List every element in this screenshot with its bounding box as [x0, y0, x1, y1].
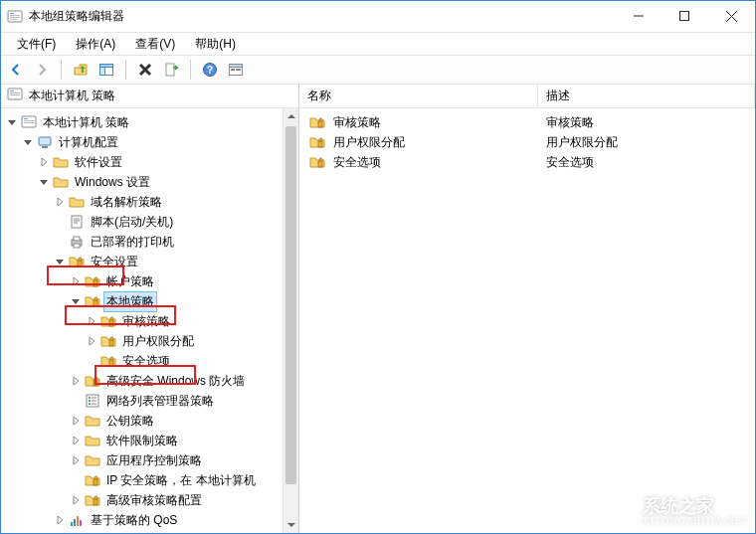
menu-help[interactable]: 帮助(H) — [185, 34, 246, 55]
forward-button[interactable] — [31, 59, 53, 81]
scroll-up-button[interactable] — [284, 108, 298, 124]
expander-icon[interactable] — [69, 493, 83, 507]
list-name: 用户权限分配 — [333, 134, 405, 151]
list-pane: 名称 描述 审核策略审核策略用户权限分配用户权限分配安全选项安全选项 — [299, 85, 755, 533]
svg-rect-34 — [74, 244, 80, 248]
scroll-thumb[interactable] — [285, 126, 296, 484]
expander-icon[interactable] — [5, 115, 19, 129]
tree-software-settings[interactable]: 软件设置 — [1, 152, 298, 172]
expander-icon[interactable] — [69, 274, 83, 288]
tree-public-key[interactable]: 公钥策略 — [1, 411, 298, 431]
toolbar-separator — [61, 60, 62, 80]
tree-account-policies[interactable]: 帐户策略 — [1, 271, 298, 291]
back-button[interactable] — [5, 59, 27, 81]
column-desc[interactable]: 描述 — [538, 84, 755, 108]
up-button[interactable] — [70, 59, 92, 81]
tree-user-rights[interactable]: 用户权限分配 — [1, 331, 298, 351]
svg-rect-33 — [74, 237, 80, 241]
tree-ipsec[interactable]: IP 安全策略，在 本地计算机 — [1, 470, 298, 490]
column-name[interactable]: 名称 — [299, 84, 538, 108]
tree-advanced-audit[interactable]: 高级审核策略配置 — [1, 490, 298, 510]
show-hide-tree-button[interactable] — [95, 59, 117, 81]
menu-file[interactable]: 文件(F) — [7, 34, 66, 55]
tree-label: 软件限制策略 — [104, 432, 180, 450]
scroll-down-button[interactable] — [284, 517, 298, 533]
tree-label: 安全选项 — [120, 352, 172, 371]
svg-text:?: ? — [207, 65, 213, 76]
printer-icon — [69, 234, 85, 250]
export-button[interactable] — [160, 59, 182, 81]
comp-icon — [37, 134, 53, 150]
list-row[interactable]: 安全选项安全选项 — [299, 152, 755, 172]
minimize-button[interactable] — [616, 1, 662, 31]
expander-icon[interactable] — [37, 175, 51, 189]
list-desc: 审核策略 — [538, 114, 755, 131]
titlebar: 本地组策略编辑器 — [1, 1, 755, 33]
svg-rect-22 — [10, 90, 14, 91]
expander-icon[interactable] — [53, 513, 67, 527]
expander-icon[interactable] — [85, 334, 98, 348]
svg-rect-3 — [10, 17, 20, 18]
tree-scrollbar[interactable] — [283, 108, 298, 533]
app-icon — [7, 9, 23, 25]
list-row[interactable]: 审核策略审核策略 — [299, 112, 755, 132]
list[interactable]: 审核策略审核策略用户权限分配用户权限分配安全选项安全选项 — [299, 108, 755, 176]
tree-dns-policy[interactable]: 域名解析策略 — [1, 192, 298, 212]
window-controls — [616, 1, 755, 31]
script-icon — [69, 214, 85, 230]
svg-rect-38 — [89, 403, 91, 405]
tree-audit-policy[interactable]: 审核策略 — [1, 311, 298, 331]
tree-label: 应用程序控制策略 — [104, 451, 204, 470]
tree-windows-settings[interactable]: Windows 设置 — [1, 172, 298, 192]
tree-label: 高级审核策略配置 — [104, 491, 204, 510]
tree-security-options[interactable]: 安全选项 — [1, 351, 298, 371]
expander-icon[interactable] — [69, 414, 83, 428]
svg-rect-6 — [680, 12, 689, 21]
tree-software-restriction[interactable]: 软件限制策略 — [1, 431, 298, 450]
tree-security-settings[interactable]: 安全设置 — [1, 252, 298, 271]
expander-icon[interactable] — [69, 434, 83, 447]
qos-icon — [69, 512, 85, 528]
close-button[interactable] — [707, 1, 755, 31]
content: 本地计算机 策略 本地计算机 策略计算机配置软件设置Windows 设置域名解析… — [1, 85, 755, 533]
delete-button[interactable] — [134, 59, 156, 81]
folder-lock-icon — [85, 492, 100, 508]
list-row[interactable]: 用户权限分配用户权限分配 — [299, 132, 755, 152]
folder-lock-icon — [309, 154, 325, 170]
tree-network-list[interactable]: 网络列表管理器策略 — [1, 391, 298, 411]
tree[interactable]: 本地计算机 策略计算机配置软件设置Windows 设置域名解析策略脚本(启动/关… — [1, 108, 298, 533]
expander-icon[interactable] — [37, 155, 51, 169]
expander-icon[interactable] — [53, 195, 67, 209]
help-button[interactable]: ? — [199, 59, 221, 81]
expander-icon[interactable] — [85, 314, 98, 328]
tree-qos[interactable]: 基于策略的 QoS — [1, 510, 298, 530]
list-desc: 用户权限分配 — [538, 134, 755, 151]
tree-local-policies[interactable]: 本地策略 — [1, 291, 298, 311]
svg-rect-24 — [10, 94, 20, 95]
tree-root[interactable]: 本地计算机 策略 — [1, 112, 298, 132]
tree-label: 域名解析策略 — [89, 193, 164, 212]
pol-icon — [21, 114, 37, 130]
menu-view[interactable]: 查看(V) — [125, 34, 185, 55]
expander-icon[interactable] — [69, 374, 83, 388]
expander-icon[interactable] — [69, 453, 83, 467]
expander-icon[interactable] — [21, 135, 35, 149]
folder-icon — [85, 452, 100, 468]
menu-action[interactable]: 操作(A) — [66, 34, 125, 55]
policy-root-icon — [7, 87, 23, 105]
expander-icon[interactable] — [69, 294, 83, 308]
svg-rect-28 — [24, 122, 34, 123]
tree-scripts[interactable]: 脚本(启动/关机) — [1, 212, 298, 232]
maximize-button[interactable] — [662, 1, 707, 31]
expander-icon[interactable] — [53, 255, 67, 268]
tree-printers[interactable]: 已部署的打印机 — [1, 232, 298, 252]
tree-app-control[interactable]: 应用程序控制策略 — [1, 450, 298, 470]
tree-computer-config[interactable]: 计算机配置 — [1, 132, 298, 152]
tree-label: Windows 设置 — [73, 173, 152, 192]
netlist-icon — [85, 393, 100, 409]
tree-label: 计算机配置 — [57, 133, 120, 152]
filter-button[interactable] — [225, 59, 247, 81]
svg-rect-0 — [8, 11, 22, 22]
folder-lock-icon — [309, 114, 325, 130]
tree-firewall[interactable]: 高级安全 Windows 防火墙 — [1, 371, 298, 391]
